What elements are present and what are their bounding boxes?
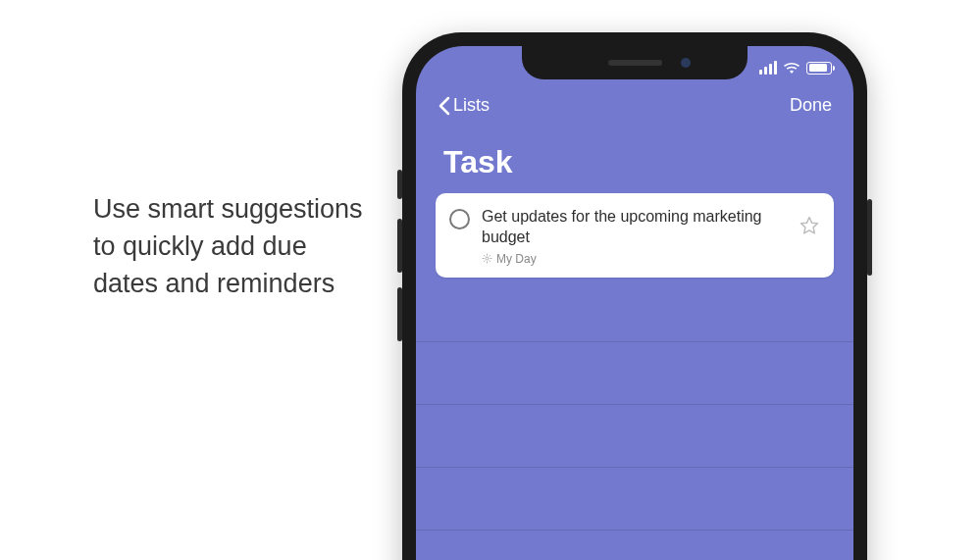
lined-background [416,280,853,560]
task-sublabel: My Day [482,252,787,266]
phone-notch [522,46,748,79]
marketing-caption: Use smart suggestions to quickly add due… [93,191,368,302]
phone-power-button [867,199,872,276]
task-complete-radio[interactable] [449,209,470,229]
page-title: Task [443,144,513,180]
status-bar [759,46,832,89]
phone-volume-down [397,287,402,341]
svg-line-6 [490,261,490,262]
phone-frame: Lists Done Task Get updates for the upco… [402,32,867,560]
sun-icon [482,253,492,264]
phone-screen: Lists Done Task Get updates for the upco… [416,46,853,560]
wifi-icon [783,61,800,75]
battery-icon [806,62,832,75]
star-icon[interactable] [799,215,820,236]
chevron-left-icon [438,96,451,116]
phone-camera [681,58,691,68]
task-title: Get updates for the upcoming marketing b… [482,207,787,248]
back-label: Lists [453,95,490,116]
phone-volume-up [397,219,402,273]
task-card[interactable]: Get updates for the upcoming marketing b… [436,193,834,278]
svg-line-8 [490,255,490,256]
back-button[interactable]: Lists [438,95,490,116]
svg-line-7 [484,261,485,262]
nav-bar: Lists Done [416,95,853,116]
svg-point-0 [486,257,489,260]
phone-speaker [608,60,662,66]
signal-icon [759,61,777,75]
phone-mute-switch [397,170,402,199]
done-button[interactable]: Done [790,95,832,116]
svg-line-5 [484,255,485,256]
